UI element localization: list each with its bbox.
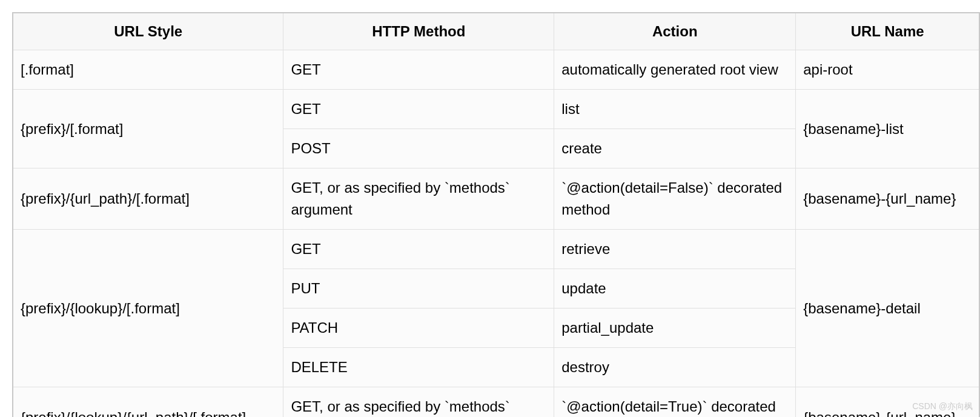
cell-http-method: PUT xyxy=(283,269,554,309)
cell-url-name: {basename}-{url_name} xyxy=(796,168,979,230)
header-action: Action xyxy=(554,13,796,50)
cell-url-style: {prefix}/{lookup}/{url_path}/[.format] xyxy=(13,387,283,418)
watermark-text: CSDN @亦向枫 xyxy=(912,401,973,412)
cell-url-name: api-root xyxy=(796,50,979,90)
cell-http-method: DELETE xyxy=(283,348,554,387)
cell-http-method: GET xyxy=(283,50,554,90)
cell-http-method: GET xyxy=(283,90,554,129)
cell-action: partial_update xyxy=(554,309,796,348)
cell-http-method: PATCH xyxy=(283,309,554,348)
cell-action: list xyxy=(554,90,796,129)
header-url-style: URL Style xyxy=(13,13,283,50)
cell-http-method: GET xyxy=(283,230,554,269)
header-url-name: URL Name xyxy=(796,13,979,50)
table-row: {prefix}/{url_path}/[.format] GET, or as… xyxy=(13,168,979,230)
table-row: [.format] GET automatically generated ro… xyxy=(13,50,979,90)
cell-url-style: {prefix}/{lookup}/[.format] xyxy=(13,230,283,387)
header-http-method: HTTP Method xyxy=(283,13,554,50)
table-row: {prefix}/{lookup}/{url_path}/[.format] G… xyxy=(13,387,979,418)
cell-url-style: [.format] xyxy=(13,50,283,90)
cell-action: `@action(detail=True)` decorated method xyxy=(554,387,796,418)
cell-action: create xyxy=(554,129,796,168)
cell-action: `@action(detail=False)` decorated method xyxy=(554,168,796,230)
cell-http-method: GET, or as specified by `methods` argume… xyxy=(283,168,554,230)
cell-url-name: {basename}-detail xyxy=(796,230,979,387)
table-row: {prefix}/[.format] GET list {basename}-l… xyxy=(13,90,979,129)
cell-action: destroy xyxy=(554,348,796,387)
table-header-row: URL Style HTTP Method Action URL Name xyxy=(13,13,979,50)
cell-http-method: POST xyxy=(283,129,554,168)
cell-action: update xyxy=(554,269,796,309)
cell-url-style: {prefix}/[.format] xyxy=(13,90,283,168)
cell-url-style: {prefix}/{url_path}/[.format] xyxy=(13,168,283,230)
routing-table-wrapper: URL Style HTTP Method Action URL Name [.… xyxy=(12,12,980,417)
cell-action: automatically generated root view xyxy=(554,50,796,90)
table-row: {prefix}/{lookup}/[.format] GET retrieve… xyxy=(13,230,979,269)
cell-http-method: GET, or as specified by `methods` argume… xyxy=(283,387,554,418)
cell-url-name: {basename}-list xyxy=(796,90,979,168)
routing-table: URL Style HTTP Method Action URL Name [.… xyxy=(12,12,980,417)
cell-action: retrieve xyxy=(554,230,796,269)
